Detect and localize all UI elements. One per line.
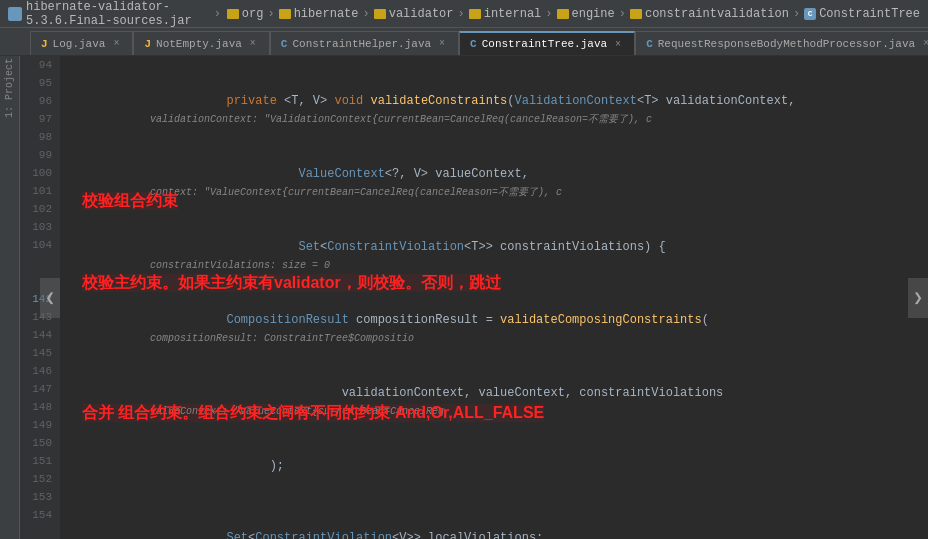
jar-name: hibernate-validator-5.3.6.Final-sources.…: [26, 0, 208, 28]
code-content[interactable]: private <T, V> void validateConstraints(…: [60, 56, 928, 539]
tab-constrainthelper[interactable]: CConstraintHelper.java×: [270, 31, 459, 55]
code-line-97: Set<ConstraintViolation<T>> constraintVi…: [68, 220, 920, 293]
tab-label-constrainttree: ConstraintTree.java: [482, 38, 607, 50]
code-line-102: Set<ConstraintViolation<V>> localViolati…: [68, 511, 920, 539]
code-line-94: [68, 56, 920, 74]
tab-close-notempty[interactable]: ×: [247, 38, 259, 50]
tab-icon-constrainthelper: C: [281, 38, 288, 50]
nav-arrow-left[interactable]: ❮: [40, 278, 60, 318]
tab-close-constrainthelper[interactable]: ×: [436, 38, 448, 50]
tab-label-requestresponse: RequestResponseBodyMethodProcessor.java: [658, 38, 915, 50]
tab-icon-log: J: [41, 38, 48, 50]
tab-label-notempty: NotEmpty.java: [156, 38, 242, 50]
tab-icon-constrainttree: C: [470, 38, 477, 50]
tab-close-constrainttree[interactable]: ×: [612, 38, 624, 50]
tab-label-constrainthelper: ConstraintHelper.java: [292, 38, 431, 50]
tab-requestresponse[interactable]: CRequestResponseBodyMethodProcessor.java…: [635, 31, 928, 55]
tab-log[interactable]: JLog.java×: [30, 31, 133, 55]
tab-icon-requestresponse: C: [646, 38, 653, 50]
tab-bar: JLog.java×JNotEmpty.java×CConstraintHelp…: [0, 28, 928, 56]
code-line-98: CompositionResult compositionResult = va…: [68, 293, 920, 366]
code-line-95: private <T, V> void validateConstraints(…: [68, 74, 920, 147]
nav-arrow-right[interactable]: ❯: [908, 278, 928, 318]
tab-constrainttree[interactable]: CConstraintTree.java×: [459, 31, 635, 55]
tab-close-log[interactable]: ×: [110, 38, 122, 50]
tab-icon-notempty: J: [144, 38, 151, 50]
tab-close-requestresponse[interactable]: ×: [920, 38, 928, 50]
tab-label-log: Log.java: [53, 38, 106, 50]
code-line-101: [68, 493, 920, 511]
jar-icon: [8, 7, 22, 21]
side-gutter: 1: Project: [0, 56, 20, 539]
project-label: 1: Project: [4, 58, 15, 122]
title-bar: hibernate-validator-5.3.6.Final-sources.…: [0, 0, 928, 28]
code-line-99: validationContext, valueContext, constra…: [68, 366, 920, 439]
editor[interactable]: 9495969798991001011021031041421431441451…: [20, 56, 928, 539]
breadcrumb: org › hibernate › validator › internal ›…: [227, 7, 920, 21]
code-line-100: );: [68, 439, 920, 493]
tab-notempty[interactable]: JNotEmpty.java×: [133, 31, 269, 55]
code-line-96: ValueContext<?, V> valueContext, context…: [68, 147, 920, 220]
